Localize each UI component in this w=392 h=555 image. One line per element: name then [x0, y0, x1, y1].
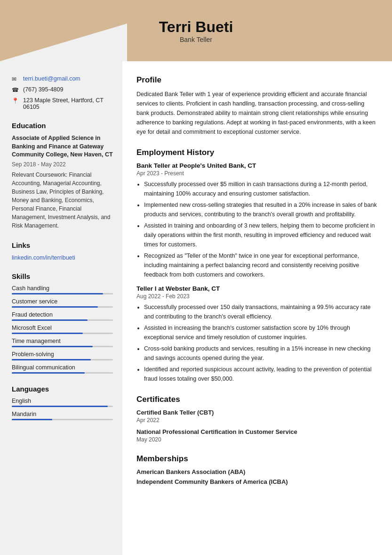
skill-bar-bg	[12, 293, 113, 294]
membership-item: American Bankers Association (ABA)	[136, 468, 378, 475]
skill-item: Cash handling	[12, 285, 113, 294]
skill-item: Microsoft Excel	[12, 325, 113, 334]
resume-header: Terri Bueti Bank Teller	[0, 0, 392, 61]
languages-list: English Mandarin	[12, 398, 113, 420]
skill-item: Time management	[12, 338, 113, 347]
resume-container: Terri Bueti Bank Teller ✉ terri.bueti@gm…	[0, 0, 392, 555]
language-item: Mandarin	[12, 411, 113, 420]
skills-section: Skills Cash handling Customer service Fr…	[12, 272, 113, 374]
job-bullet: Implemented new cross-selling strategies…	[144, 200, 378, 219]
skill-name: Time management	[12, 338, 113, 344]
language-bar-fill	[12, 419, 52, 420]
education-dates: Sep 2018 - May 2022	[12, 161, 113, 168]
phone-icon: ☎	[12, 87, 19, 93]
education-degree: Associate of Applied Science in Banking …	[12, 134, 113, 159]
header-triangle-left	[0, 24, 127, 61]
language-name: Mandarin	[12, 411, 113, 417]
language-name: English	[12, 398, 113, 404]
sidebar: ✉ terri.bueti@gmail.com ☎ (767) 395-4809…	[0, 61, 122, 555]
profile-title: Profile	[136, 75, 378, 86]
jobs-list: Bank Teller at People's United Bank, CT …	[136, 162, 378, 384]
job-title: Bank Teller at People's United Bank, CT	[136, 162, 378, 169]
contact-email: ✉ terri.bueti@gmail.com	[12, 75, 113, 82]
job-date: Aug 2022 - Feb 2023	[136, 293, 378, 300]
profile-section: Profile Dedicated Bank Teller with 1 yea…	[136, 75, 378, 137]
resume-body: ✉ terri.bueti@gmail.com ☎ (767) 395-4809…	[0, 61, 392, 555]
memberships-section: Memberships American Bankers Association…	[136, 454, 378, 485]
skill-name: Microsoft Excel	[12, 325, 113, 331]
skill-bar-bg	[12, 319, 113, 321]
skills-title: Skills	[12, 272, 113, 280]
skill-bar-fill	[12, 359, 91, 360]
memberships-title: Memberships	[136, 454, 378, 465]
job-bullets: Successfully processed over 150 daily tr…	[136, 302, 378, 384]
job-bullet: Successfully processed over $5 million i…	[144, 180, 378, 198]
links-title: Links	[12, 241, 113, 249]
job-bullet: Assisted in training and onboarding of 3…	[144, 221, 378, 249]
education-section: Education Associate of Applied Science i…	[12, 122, 113, 230]
email-link[interactable]: terri.bueti@gmail.com	[23, 75, 80, 82]
skill-bar-bg	[12, 306, 113, 308]
job-bullets: Successfully processed over $5 million i…	[136, 180, 378, 279]
job-entry: Bank Teller at People's United Bank, CT …	[136, 162, 378, 279]
skill-name: Bilingual communication	[12, 364, 113, 371]
certificates-title: Certificates	[136, 395, 378, 405]
profile-text: Dedicated Bank Teller with 1 year of exp…	[136, 90, 378, 137]
cert-date: May 2020	[136, 436, 378, 443]
phone-text: (767) 395-4809	[23, 86, 63, 93]
skill-name: Fraud detection	[12, 311, 113, 318]
linkedin-link[interactable]: linkedin.com/in/terribueti	[12, 254, 75, 261]
languages-section: Languages English Mandarin	[12, 385, 113, 420]
skill-bar-fill	[12, 333, 83, 334]
skill-bar-bg	[12, 359, 113, 360]
skill-bar-bg	[12, 333, 113, 334]
cert-name: Certified Bank Teller (CBT)	[136, 409, 378, 416]
job-date: Apr 2023 - Present	[136, 170, 378, 177]
location-icon: 📍	[12, 98, 19, 104]
skill-bar-fill	[12, 372, 85, 374]
skill-name: Customer service	[12, 298, 113, 305]
skill-bar-bg	[12, 372, 113, 374]
education-coursework: Relevant Coursework: Financial Accountin…	[12, 171, 113, 230]
links-section: Links linkedin.com/in/terribueti	[12, 241, 113, 261]
skill-name: Cash handling	[12, 285, 113, 292]
job-bullet: Cross-sold banking products and services…	[144, 344, 378, 363]
language-item: English	[12, 398, 113, 407]
certs-list: Certified Bank Teller (CBT) Apr 2022 Nat…	[136, 409, 378, 443]
skill-item: Fraud detection	[12, 311, 113, 321]
contact-phone: ☎ (767) 395-4809	[12, 86, 113, 93]
contact-section: ✉ terri.bueti@gmail.com ☎ (767) 395-4809…	[12, 75, 113, 110]
skill-bar-fill	[12, 306, 98, 308]
language-bar-bg	[12, 419, 113, 420]
job-bullet: Identified and reported suspicious accou…	[144, 365, 378, 384]
email-icon: ✉	[12, 76, 19, 82]
main-content: Profile Dedicated Bank Teller with 1 yea…	[122, 61, 392, 555]
language-bar-fill	[12, 406, 108, 407]
skill-item: Problem-solving	[12, 351, 113, 360]
certificates-section: Certificates Certified Bank Teller (CBT)…	[136, 395, 378, 443]
job-entry: Teller I at Webster Bank, CT Aug 2022 - …	[136, 285, 378, 384]
address-text: 123 Maple Street, Hartford, CT 06105	[23, 97, 113, 110]
languages-title: Languages	[12, 385, 113, 393]
skill-bar-fill	[12, 319, 88, 321]
job-title: Teller I at Webster Bank, CT	[136, 285, 378, 292]
skills-list: Cash handling Customer service Fraud det…	[12, 285, 113, 374]
skill-item: Bilingual communication	[12, 364, 113, 374]
candidate-name: Terri Bueti	[159, 18, 233, 36]
skill-name: Problem-solving	[12, 351, 113, 358]
job-bullet: Recognized as "Teller of the Month" twic…	[144, 251, 378, 279]
cert-name: National Professional Certification in C…	[136, 428, 378, 435]
skill-bar-fill	[12, 346, 93, 347]
skill-bar-fill	[12, 293, 103, 294]
membership-item: Independent Community Bankers of America…	[136, 478, 378, 485]
job-bullet: Successfully processed over 150 daily tr…	[144, 302, 378, 321]
job-bullet: Assisted in increasing the branch's cust…	[144, 323, 378, 342]
language-bar-bg	[12, 406, 113, 407]
cert-date: Apr 2022	[136, 417, 378, 424]
skill-bar-bg	[12, 346, 113, 347]
skill-item: Customer service	[12, 298, 113, 308]
cert-entry: National Professional Certification in C…	[136, 428, 378, 443]
memberships-list: American Bankers Association (ABA)Indepe…	[136, 468, 378, 485]
employment-title: Employment History	[136, 148, 378, 158]
contact-address: 📍 123 Maple Street, Hartford, CT 06105	[12, 97, 113, 110]
